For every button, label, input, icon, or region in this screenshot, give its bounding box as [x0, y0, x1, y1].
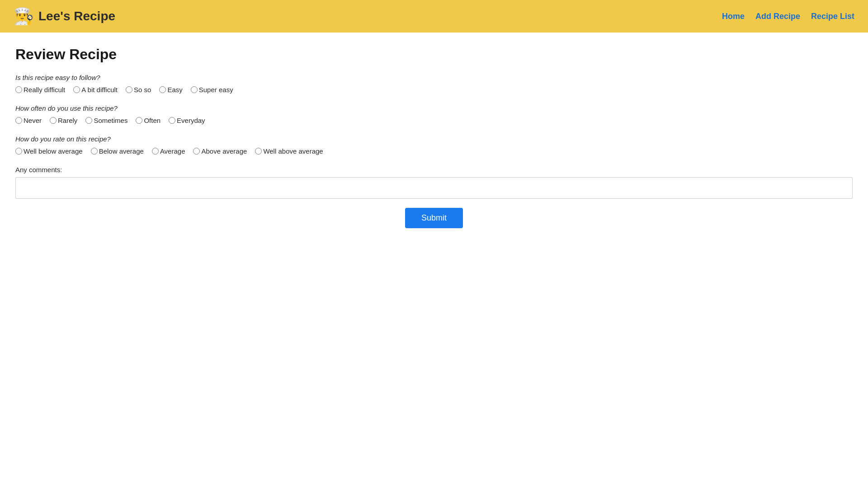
freq-option-2[interactable]: Rarely [50, 117, 77, 124]
freq-label-everyday: Everyday [177, 117, 205, 124]
easy-radio-group: Really difficult A bit difficult So so E… [15, 86, 853, 94]
frequency-question-label: How often do you use this recipe? [15, 104, 853, 112]
page-title: Review Recipe [15, 46, 853, 63]
site-header: 👨‍🍳 Lee's Recipe Home Add Recipe Recipe … [0, 0, 868, 33]
freq-radio-rarely[interactable] [50, 117, 57, 124]
easy-radio-so-so[interactable] [126, 86, 132, 93]
comments-section: Any comments: [15, 166, 853, 208]
easy-label-so-so: So so [134, 86, 151, 94]
easy-radio-super-easy[interactable] [191, 86, 198, 93]
easy-question-section: Is this recipe easy to follow? Really di… [15, 74, 853, 94]
easy-radio-a-bit-difficult[interactable] [73, 86, 80, 93]
freq-option-1[interactable]: Never [15, 117, 42, 124]
freq-label-sometimes: Sometimes [94, 117, 127, 124]
rating-question-label: How do you rate on this recipe? [15, 135, 853, 143]
easy-question-label: Is this recipe easy to follow? [15, 74, 853, 81]
freq-label-often: Often [144, 117, 160, 124]
freq-option-5[interactable]: Everyday [169, 117, 205, 124]
nav-recipe-list[interactable]: Recipe List [811, 12, 854, 21]
easy-label-really-difficult: Really difficult [24, 86, 65, 94]
comments-label: Any comments: [15, 166, 853, 174]
submit-container: Submit [15, 208, 853, 228]
rating-radio-below[interactable] [91, 148, 98, 155]
easy-label-easy: Easy [167, 86, 182, 94]
freq-label-rarely: Rarely [58, 117, 77, 124]
rating-option-5[interactable]: Well above average [255, 147, 323, 155]
chef-hat-icon: 👨‍🍳 [14, 7, 34, 26]
comments-input[interactable] [15, 177, 853, 199]
easy-option-4[interactable]: Easy [159, 86, 182, 94]
freq-option-4[interactable]: Often [136, 117, 160, 124]
easy-option-1[interactable]: Really difficult [15, 86, 65, 94]
rating-label-well-above: Well above average [263, 147, 323, 155]
rating-question-section: How do you rate on this recipe? Well bel… [15, 135, 853, 155]
freq-label-never: Never [24, 117, 42, 124]
rating-radio-group: Well below average Below average Average… [15, 147, 853, 155]
rating-option-4[interactable]: Above average [193, 147, 247, 155]
freq-radio-often[interactable] [136, 117, 142, 124]
frequency-question-section: How often do you use this recipe? Never … [15, 104, 853, 124]
easy-radio-really-difficult[interactable] [15, 86, 22, 93]
easy-label-super-easy: Super easy [199, 86, 233, 94]
rating-radio-well-below[interactable] [15, 148, 22, 155]
rating-label-below: Below average [99, 147, 144, 155]
main-content: Review Recipe Is this recipe easy to fol… [0, 33, 868, 242]
easy-option-3[interactable]: So so [126, 86, 151, 94]
site-title: Lee's Recipe [38, 9, 115, 23]
rating-label-above: Above average [201, 147, 247, 155]
nav-home[interactable]: Home [722, 12, 745, 21]
rating-radio-well-above[interactable] [255, 148, 262, 155]
rating-option-3[interactable]: Average [152, 147, 185, 155]
freq-radio-never[interactable] [15, 117, 22, 124]
submit-button[interactable]: Submit [405, 208, 463, 228]
easy-option-5[interactable]: Super easy [191, 86, 233, 94]
easy-radio-easy[interactable] [159, 86, 166, 93]
rating-option-1[interactable]: Well below average [15, 147, 83, 155]
freq-radio-sometimes[interactable] [85, 117, 92, 124]
easy-option-2[interactable]: A bit difficult [73, 86, 118, 94]
rating-label-well-below: Well below average [24, 147, 83, 155]
rating-radio-above[interactable] [193, 148, 200, 155]
rating-option-2[interactable]: Below average [91, 147, 144, 155]
nav-add-recipe[interactable]: Add Recipe [755, 12, 800, 21]
rating-radio-average[interactable] [152, 148, 159, 155]
frequency-radio-group: Never Rarely Sometimes Often Everyday [15, 117, 853, 124]
rating-label-average: Average [160, 147, 185, 155]
easy-label-a-bit-difficult: A bit difficult [81, 86, 118, 94]
freq-radio-everyday[interactable] [169, 117, 175, 124]
freq-option-3[interactable]: Sometimes [85, 117, 127, 124]
main-nav: Home Add Recipe Recipe List [722, 12, 854, 21]
logo-area: 👨‍🍳 Lee's Recipe [14, 7, 115, 26]
